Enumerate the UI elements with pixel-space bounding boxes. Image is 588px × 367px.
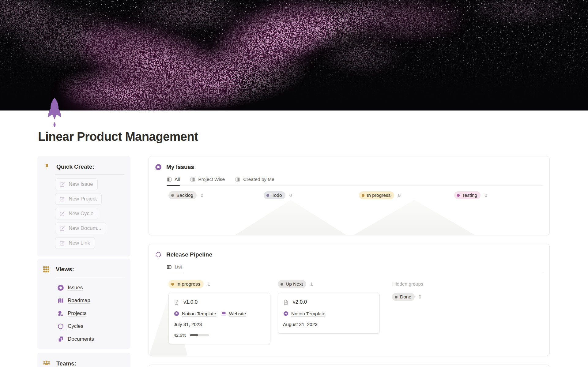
status-pill-label: In progress (367, 193, 391, 198)
new-issue-button[interactable]: New Issue (55, 178, 98, 190)
notion-template-link[interactable]: Notion Template (283, 311, 326, 316)
progress-label: 42.9% (174, 333, 186, 338)
sidebar-item-documents[interactable]: Documents (57, 333, 130, 346)
status-pill-up-next[interactable]: Up Next (278, 280, 306, 288)
view-link-label: Roadmap (68, 298, 90, 304)
view-link-label: Documents (68, 336, 94, 342)
page-icon (174, 299, 179, 305)
status-pill-done[interactable]: Done (392, 293, 415, 301)
tab-label: All (175, 177, 180, 182)
teams-panel: Teams: (37, 353, 130, 367)
quick-create-panel: Quick Create: New Issue New Project New … (37, 156, 130, 257)
notion-template-star-icon (174, 311, 179, 316)
grid-icon (43, 266, 50, 273)
status-pill-backlog[interactable]: Backlog (168, 191, 197, 199)
compose-icon (59, 211, 65, 217)
progress-bar-fill (190, 334, 198, 336)
tab-all[interactable]: All (167, 177, 180, 185)
group-count: 0 (201, 193, 203, 198)
new-link-button[interactable]: New Link (55, 237, 95, 249)
release-date: August 31, 2023 (283, 322, 375, 327)
tab-created-by-me[interactable]: Created by Me (235, 177, 274, 185)
hidden-groups-toggle[interactable]: Hidden groups (387, 280, 496, 287)
view-link-label: Issues (68, 285, 83, 291)
board-view-icon (167, 177, 172, 182)
status-pill-testing[interactable]: Testing (454, 191, 481, 199)
issue-donut-icon (57, 284, 64, 291)
new-cycle-button[interactable]: New Cycle (55, 208, 98, 219)
status-pill-in-progress[interactable]: In progress (168, 280, 204, 288)
notion-template-star-icon (283, 311, 289, 316)
dashed-circle-icon (57, 323, 64, 330)
views-panel: Views: Issues Roadmap Projects Cycles (37, 259, 130, 349)
pages-icon (57, 336, 64, 343)
pushpin-icon (43, 163, 51, 170)
button-label: New Link (69, 240, 90, 246)
view-link-label: Cycles (68, 323, 83, 329)
group-count: 0 (419, 294, 421, 300)
sidebar-item-issues[interactable]: Issues (57, 281, 130, 294)
tab-label: List (175, 264, 182, 270)
group-count: 0 (398, 193, 401, 198)
status-pill-label: Todo (272, 193, 282, 198)
status-pill-label: Done (400, 294, 411, 300)
link-label: Website (229, 311, 246, 316)
tab-label: Project Wise (198, 177, 225, 182)
status-dot-icon (395, 296, 398, 298)
database-title[interactable]: Release Pipeline (166, 251, 212, 258)
new-project-button[interactable]: New Project (55, 193, 102, 205)
status-dot-icon (457, 194, 460, 197)
page-title[interactable]: Linear Product Management (38, 130, 198, 144)
website-link[interactable]: Website (221, 311, 246, 316)
shapes-icon (57, 310, 64, 317)
status-pill-in-progress[interactable]: In progress (359, 191, 394, 199)
release-pipeline-card: Release Pipeline List In progress 1 (149, 244, 550, 356)
release-title[interactable]: v2.0.0 (293, 299, 307, 305)
link-label: Notion Template (291, 311, 326, 316)
database-title[interactable]: My Issues (166, 164, 194, 170)
status-dot-icon (281, 283, 283, 286)
board-view-icon (235, 177, 240, 182)
compose-icon (59, 196, 65, 202)
status-pill-label: Up Next (286, 281, 303, 287)
sidebar-item-cycles[interactable]: Cycles (57, 320, 130, 333)
status-pill-label: In progress (176, 281, 200, 287)
quick-create-heading: Quick Create: (56, 163, 94, 170)
button-label: New Issue (69, 181, 93, 187)
sidebar-item-projects[interactable]: Projects (57, 307, 130, 320)
progress-row: 42.9% (174, 333, 265, 338)
view-tabs: List (167, 264, 543, 273)
release-card-v1[interactable]: v1.0.0 Notion Template Website July 31, … (168, 293, 270, 344)
board-view-icon (190, 177, 195, 182)
empty-column-cone (234, 200, 347, 235)
notion-template-link[interactable]: Notion Template (174, 311, 216, 316)
map-icon (57, 297, 64, 304)
group-count: 0 (484, 193, 487, 198)
status-dot-icon (171, 194, 174, 197)
compose-icon (59, 182, 65, 187)
page-icon-rocket[interactable] (47, 97, 62, 129)
sidebar: Quick Create: New Issue New Project New … (37, 156, 130, 367)
tab-project-wise[interactable]: Project Wise (190, 177, 225, 185)
dashed-circle-icon (155, 251, 162, 258)
release-date: July 31, 2023 (174, 322, 265, 327)
page-icon (283, 299, 289, 305)
new-document-button[interactable]: New Docum... (55, 223, 106, 234)
compose-icon (59, 226, 65, 231)
issue-donut-icon (155, 164, 162, 170)
sidebar-item-roadmap[interactable]: Roadmap (57, 294, 130, 307)
progress-bar (190, 334, 209, 336)
tab-label: Created by Me (243, 177, 274, 182)
release-card-v2[interactable]: v2.0.0 Notion Template August 31, 2023 (278, 293, 380, 334)
status-dot-icon (266, 194, 269, 197)
status-pill-todo[interactable]: Todo (264, 191, 285, 199)
group-count: 1 (310, 281, 313, 287)
next-card-top-edge (149, 365, 550, 367)
empty-column-cone (352, 200, 476, 235)
compose-icon (59, 240, 65, 246)
tab-list[interactable]: List (167, 264, 182, 273)
release-title[interactable]: v1.0.0 (183, 299, 198, 305)
link-label: Notion Template (182, 311, 216, 316)
view-link-label: Projects (68, 310, 86, 316)
nebula-starfield-graphic (0, 0, 588, 110)
